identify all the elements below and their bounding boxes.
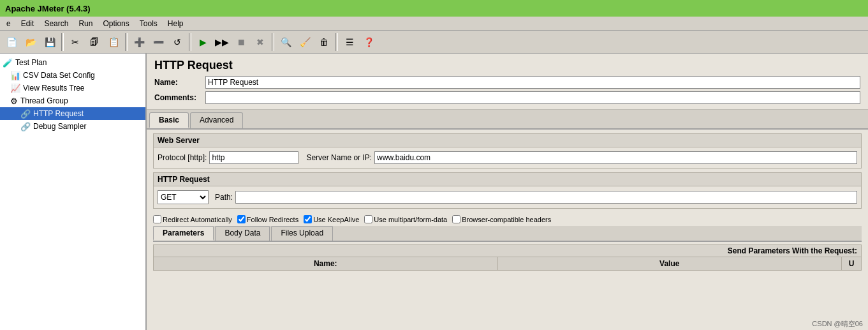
sub-tab-files-upload[interactable]: Files Upload <box>271 226 333 241</box>
col-extra: U <box>842 257 861 270</box>
run-nopause-button[interactable]: ▶▶ <box>213 33 231 51</box>
send-params-label: Send Parameters With the Request: <box>153 244 862 257</box>
redirect-auto-checkbox[interactable]: Redirect Automatically <box>153 215 232 223</box>
http-request-section: HTTP Request GET POST PUT DELETE HEAD Pa… <box>153 172 862 209</box>
toolbar: 📄 📂 💾 ✂ 🗐 📋 ➕ ➖ ↺ ▶ ▶▶ ⏹ ✖ 🔍 🧹 🗑 ☰ ❓ <box>0 31 868 54</box>
web-server-content: Protocol [http]: Server Name or IP: <box>154 147 861 168</box>
web-server-title: Web Server <box>154 134 861 147</box>
method-select[interactable]: GET POST PUT DELETE HEAD <box>158 190 209 204</box>
test-plan-icon: 🧪 <box>3 58 13 68</box>
watermark: CSDN @晴空06 <box>812 319 863 329</box>
save-button[interactable]: 💾 <box>41 33 59 51</box>
tab-advanced[interactable]: Advanced <box>190 112 243 128</box>
use-multipart-checkbox[interactable]: Use multipart/form-data <box>364 215 447 223</box>
help-button[interactable]: ❓ <box>360 33 378 51</box>
tree-item-view-results[interactable]: 📈 View Results Tree <box>0 82 145 94</box>
menu-file[interactable]: e <box>1 18 16 29</box>
tree-item-debug-sampler[interactable]: 🔗 Debug Sampler <box>0 120 145 133</box>
path-input[interactable] <box>235 191 857 204</box>
sub-tab-parameters[interactable]: Parameters <box>153 226 214 241</box>
expand-button[interactable]: ➕ <box>130 33 148 51</box>
http-request-section-title: HTTP Request <box>154 173 861 186</box>
use-keepalive-checkbox[interactable]: Use KeepAlive <box>304 215 359 223</box>
view-results-icon: 📈 <box>10 84 20 93</box>
kill-button[interactable]: ✖ <box>251 33 269 51</box>
browser-compat-label: Browser-compatible headers <box>462 216 551 223</box>
browser-compat-checkbox[interactable]: Browser-compatible headers <box>452 215 551 223</box>
copy-button[interactable]: 🗐 <box>85 33 103 51</box>
name-row: Name: <box>154 76 860 89</box>
use-keepalive-input[interactable] <box>304 215 312 223</box>
col-name: Name: <box>154 257 498 270</box>
tree-label-debug-sampler: Debug Sampler <box>33 122 86 131</box>
use-multipart-label: Use multipart/form-data <box>374 216 447 223</box>
menu-bar: e Edit Search Run Options Tools Help <box>0 17 868 31</box>
debug-sampler-icon: 🔗 <box>20 122 31 131</box>
name-input[interactable] <box>205 76 860 89</box>
separator-1 <box>61 33 64 51</box>
menu-edit[interactable]: Edit <box>16 18 40 29</box>
tree-label-thread-group: Thread Group <box>20 96 68 105</box>
clear-button[interactable]: 🧹 <box>296 33 314 51</box>
menu-search[interactable]: Search <box>39 18 73 29</box>
csv-icon: 📊 <box>10 71 20 80</box>
comments-label: Comments: <box>154 93 205 102</box>
name-label: Name: <box>154 78 205 87</box>
use-multipart-input[interactable] <box>364 215 372 223</box>
method-path-row: GET POST PUT DELETE HEAD Path: <box>158 190 857 204</box>
params-header-row: Name: Value U <box>153 257 862 271</box>
cut-button[interactable]: ✂ <box>66 33 84 51</box>
tree-item-thread-group[interactable]: ⚙ Thread Group <box>0 94 145 107</box>
tree-item-http-request[interactable]: 🔗 HTTP Request <box>0 107 145 120</box>
checkboxes-row: Redirect Automatically Follow Redirects … <box>153 213 862 226</box>
title-bar: Apache JMeter (5.4.3) <box>0 0 868 17</box>
clear-all-button[interactable]: 🗑 <box>315 33 333 51</box>
tree-label-http-request: HTTP Request <box>33 109 84 118</box>
redirect-auto-input[interactable] <box>153 215 161 223</box>
protocol-label: Protocol [http]: <box>158 153 207 162</box>
follow-redirects-input[interactable] <box>237 215 246 223</box>
title-text: Apache JMeter (5.4.3) <box>5 4 91 13</box>
server-name-label: Server Name or IP: <box>306 153 372 162</box>
stop-button[interactable]: ⏹ <box>232 33 250 51</box>
parameters-section: Send Parameters With the Request: Name: … <box>153 244 862 271</box>
redirect-auto-label: Redirect Automatically <box>163 216 232 223</box>
menu-options[interactable]: Options <box>98 18 134 29</box>
browser-compat-input[interactable] <box>452 215 460 223</box>
separator-3 <box>189 33 191 51</box>
main-layout: 🧪 Test Plan 📊 CSV Data Set Config 📈 View… <box>0 54 868 330</box>
paste-button[interactable]: 📋 <box>105 33 122 51</box>
separator-5 <box>335 33 338 51</box>
tree-label-csv: CSV Data Set Config <box>23 71 95 80</box>
protocol-input[interactable] <box>209 151 298 164</box>
web-server-section: Web Server Protocol [http]: Server Name … <box>153 133 862 169</box>
menu-help[interactable]: Help <box>163 18 189 29</box>
use-keepalive-label: Use KeepAlive <box>313 216 359 223</box>
path-label: Path: <box>215 193 233 202</box>
server-row: Protocol [http]: Server Name or IP: <box>158 151 857 164</box>
tree-item-csv-data[interactable]: 📊 CSV Data Set Config <box>0 69 145 82</box>
separator-2 <box>125 33 128 51</box>
thread-group-icon: ⚙ <box>10 96 18 106</box>
tree-item-test-plan[interactable]: 🧪 Test Plan <box>0 56 145 69</box>
search-button[interactable]: 🔍 <box>277 33 295 51</box>
open-button[interactable]: 📂 <box>22 33 40 51</box>
col-value: Value <box>498 257 842 270</box>
collapse-button[interactable]: ➖ <box>149 33 167 51</box>
new-button[interactable]: 📄 <box>3 33 20 51</box>
reset-button[interactable]: ↺ <box>168 33 186 51</box>
sub-tab-body-data[interactable]: Body Data <box>215 226 270 241</box>
run-button[interactable]: ▶ <box>194 33 212 51</box>
server-name-input[interactable] <box>374 151 857 164</box>
menu-run[interactable]: Run <box>73 18 98 29</box>
list-button[interactable]: ☰ <box>341 33 358 51</box>
tree-label-test-plan: Test Plan <box>15 58 47 67</box>
http-request-content: GET POST PUT DELETE HEAD Path: <box>154 186 861 208</box>
menu-tools[interactable]: Tools <box>135 18 163 29</box>
comments-input[interactable] <box>205 91 860 104</box>
tab-basic[interactable]: Basic <box>149 112 189 128</box>
http-request-icon: 🔗 <box>20 109 31 119</box>
left-panel: 🧪 Test Plan 📊 CSV Data Set Config 📈 View… <box>0 54 147 330</box>
follow-redirects-checkbox[interactable]: Follow Redirects <box>237 215 298 223</box>
tree-label-view-results: View Results Tree <box>23 84 85 93</box>
